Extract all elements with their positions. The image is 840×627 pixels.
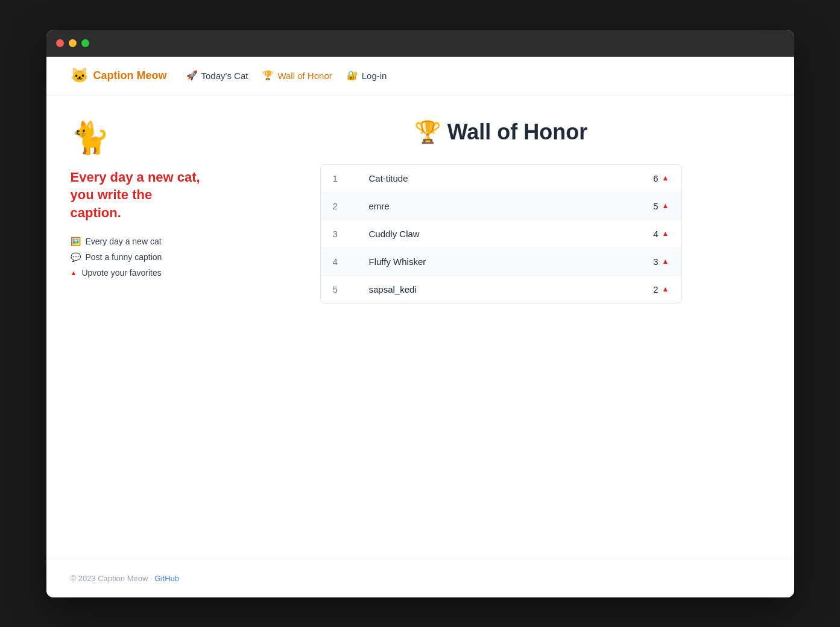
nav-link-wall-of-honor[interactable]: 🏆 Wall of Honor <box>262 70 332 81</box>
maximize-button[interactable] <box>81 39 89 47</box>
feature-item-upvote: ▲ Upvote your favorites <box>71 268 203 278</box>
footer: © 2023 Caption Meow · GitHub <box>46 559 794 597</box>
navbar: 🐱 Caption Meow 🚀 Today's Cat 🏆 Wall of H… <box>46 57 794 95</box>
upvote-icon-sidebar: ▲ <box>71 269 77 276</box>
nav-label-wall-of-honor: Wall of Honor <box>277 71 332 81</box>
browser-content: 🐱 Caption Meow 🚀 Today's Cat 🏆 Wall of H… <box>46 57 794 597</box>
leaderboard: 1 Cat-titude 6 ▲ 2 emre 5 ▲ <box>320 164 682 304</box>
chat-icon: 💬 <box>71 252 81 262</box>
title-bar <box>46 30 794 57</box>
nav-link-todays-cat[interactable]: 🚀 Today's Cat <box>186 70 248 81</box>
table-row: 4 Fluffy Whisker 3 ▲ <box>321 248 681 276</box>
upvote-arrow-1: ▲ <box>662 174 669 182</box>
brand-emoji: 🐱 <box>71 67 89 84</box>
rocket-icon: 🚀 <box>186 70 198 81</box>
table-row: 3 Cuddly Claw 4 ▲ <box>321 220 681 248</box>
page-title: 🏆 Wall of Honor <box>414 119 588 145</box>
caption-name-1: Cat-titude <box>369 173 621 183</box>
score-3: 4 <box>653 229 658 239</box>
table-row: 5 sapsal_kedi 2 ▲ <box>321 276 681 303</box>
trophy-icon-nav: 🏆 <box>262 70 274 81</box>
feature-item-new-cat: 🖼️ Every day a new cat <box>71 237 203 246</box>
cat-icon: 🐈 <box>71 119 203 156</box>
feature-label-new-cat: Every day a new cat <box>86 237 162 246</box>
right-content: 🏆 Wall of Honor 1 Cat-titude 6 ▲ 2 <box>232 119 770 535</box>
nav-links: 🚀 Today's Cat 🏆 Wall of Honor 🔐 Log-in <box>186 70 387 81</box>
github-link[interactable]: GitHub <box>155 574 179 583</box>
trophy-icon-main: 🏆 <box>414 119 441 145</box>
score-2: 5 <box>653 201 658 211</box>
brand-link[interactable]: 🐱 Caption Meow <box>71 67 167 84</box>
rank-4: 4 <box>333 256 369 267</box>
sidebar: 🐈 Every day a new cat, you write the cap… <box>71 119 203 535</box>
feature-item-caption: 💬 Post a funny caption <box>71 252 203 262</box>
caption-name-4: Fluffy Whisker <box>369 256 621 267</box>
brand-label: Caption Meow <box>93 69 167 82</box>
table-row: 2 emre 5 ▲ <box>321 193 681 220</box>
score-1: 6 <box>653 173 658 183</box>
minimize-button[interactable] <box>69 39 77 47</box>
nav-label-todays-cat: Today's Cat <box>201 71 248 81</box>
page-title-text: Wall of Honor <box>447 119 588 145</box>
rank-1: 1 <box>333 173 369 183</box>
score-cell-4: 3 ▲ <box>621 256 669 267</box>
score-cell-3: 4 ▲ <box>621 229 669 239</box>
footer-copyright: © 2023 Caption Meow · <box>71 574 153 583</box>
rank-3: 3 <box>333 229 369 239</box>
rank-5: 5 <box>333 284 369 294</box>
score-cell-5: 2 ▲ <box>621 284 669 294</box>
score-4: 3 <box>653 256 658 267</box>
nav-link-login[interactable]: 🔐 Log-in <box>347 70 387 81</box>
feature-label-upvote: Upvote your favorites <box>81 268 161 278</box>
upvote-arrow-5: ▲ <box>662 285 669 293</box>
upvote-arrow-3: ▲ <box>662 229 669 238</box>
tagline: Every day a new cat, you write the capti… <box>71 168 203 222</box>
score-cell-2: 5 ▲ <box>621 201 669 211</box>
score-5: 2 <box>653 284 658 294</box>
upvote-arrow-2: ▲ <box>662 202 669 210</box>
caption-name-3: Cuddly Claw <box>369 229 621 239</box>
rank-2: 2 <box>333 201 369 211</box>
close-button[interactable] <box>56 39 64 47</box>
main-content: 🐈 Every day a new cat, you write the cap… <box>46 95 794 559</box>
table-row: 1 Cat-titude 6 ▲ <box>321 165 681 193</box>
lock-icon: 🔐 <box>347 70 358 81</box>
upvote-arrow-4: ▲ <box>662 257 669 266</box>
caption-name-5: sapsal_kedi <box>369 284 621 294</box>
score-cell-1: 6 ▲ <box>621 173 669 183</box>
feature-list: 🖼️ Every day a new cat 💬 Post a funny ca… <box>71 237 203 278</box>
browser-window: 🐱 Caption Meow 🚀 Today's Cat 🏆 Wall of H… <box>46 30 794 597</box>
picture-icon: 🖼️ <box>71 237 81 246</box>
caption-name-2: emre <box>369 201 621 211</box>
nav-label-login: Log-in <box>362 71 387 81</box>
feature-label-caption: Post a funny caption <box>86 252 162 262</box>
